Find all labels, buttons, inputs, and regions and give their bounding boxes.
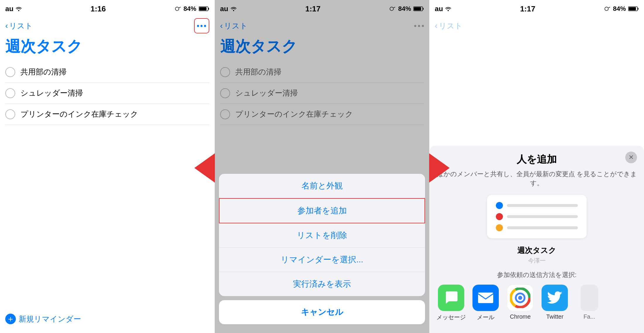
share-title: 人を追加 <box>436 153 637 166</box>
more-icon <box>580 285 598 311</box>
dot-1 <box>197 25 199 27</box>
svg-point-24 <box>518 296 522 300</box>
chrome-icon <box>507 285 533 311</box>
chrome-label: Chrome <box>510 313 531 320</box>
task-circle-1-0 <box>5 67 15 77</box>
new-reminder-label-1[interactable]: 新規リマインダー <box>19 314 81 324</box>
action-sheet-group: 名前と外観 参加者を追加 リストを削除 リマインダーを選択... 実行済みを表示 <box>219 174 425 296</box>
app-icon-more[interactable]: Fa... <box>575 285 604 320</box>
preview-line-1 <box>507 215 578 218</box>
back-button-3: ‹ リスト <box>435 21 462 31</box>
status-left-3: au <box>435 5 451 13</box>
share-desc: ほかのメンバーと共有し、全員が最新の変更点 を見ることができます。 <box>436 170 637 188</box>
svg-line-2 <box>179 7 181 8</box>
task-label-1-0: 共用部の清掃 <box>20 67 66 77</box>
action-sheet-2: 名前と外観 参加者を追加 リストを削除 リマインダーを選択... 実行済みを表示… <box>215 174 429 333</box>
panel-1: au 1:16 84% ‹ リスト <box>0 0 215 333</box>
svg-rect-18 <box>478 293 493 303</box>
preview-row-1 <box>496 213 578 220</box>
twitter-svg <box>547 291 562 304</box>
arrow-left-2 <box>194 153 215 183</box>
battery-label-1: 84% <box>184 5 196 13</box>
messages-svg <box>443 290 459 305</box>
task-item-1-1[interactable]: シュレッダー清掃 <box>5 83 209 104</box>
cancel-button-2[interactable]: キャンセル <box>219 300 425 324</box>
twitter-label: Twitter <box>546 313 564 320</box>
twitter-icon <box>542 285 568 311</box>
svg-rect-5 <box>199 7 206 11</box>
task-label-1-2: プリンターのインク在庫チェック <box>20 109 138 119</box>
app-icon-mail[interactable]: メール <box>471 285 500 321</box>
app-icon-messages[interactable]: メッセージ <box>436 285 466 321</box>
nav-bar-3: ‹ リスト <box>429 16 644 35</box>
task-list-1: 共用部の清掃 シュレッダー清掃 プリンターのインク在庫チェック <box>0 62 215 125</box>
preview-dot-2 <box>496 224 503 231</box>
battery-label-3: 84% <box>613 5 626 13</box>
send-method-label: 参加依頼の送信方法を選択: <box>436 271 637 279</box>
list-sub-preview: 今澤一 <box>436 257 637 265</box>
dot-2 <box>201 25 203 27</box>
svg-rect-16 <box>638 8 638 10</box>
carrier-label-3: au <box>435 5 443 13</box>
more-label: Fa... <box>583 313 595 320</box>
more-button-1[interactable] <box>194 18 209 33</box>
task-label-1-1: シュレッダー清掃 <box>20 88 83 98</box>
svg-rect-4 <box>208 8 209 10</box>
svg-point-0 <box>18 10 19 11</box>
page-title-1: 週次タスク <box>0 35 215 62</box>
messages-label: メッセージ <box>436 313 466 321</box>
svg-point-13 <box>605 7 608 11</box>
location-icon-3 <box>604 6 611 11</box>
time-1: 1:16 <box>90 4 106 13</box>
carrier-label-1: au <box>5 5 13 13</box>
share-sheet: ✕ 人を追加 ほかのメンバーと共有し、全員が最新の変更点 を見ることができます。… <box>429 146 644 333</box>
mail-icon <box>472 285 499 311</box>
preview-row-0 <box>496 202 578 209</box>
battery-icon-1 <box>199 6 209 11</box>
preview-dot-1 <box>496 213 503 220</box>
wifi-icon-3 <box>445 6 451 11</box>
preview-line-0 <box>507 204 578 207</box>
more-dots-1 <box>197 25 206 27</box>
status-left-1: au <box>5 5 22 13</box>
status-bar-3: au 1:17 84% <box>429 0 644 16</box>
action-item-show-completed[interactable]: 実行済みを表示 <box>219 272 425 296</box>
panel-3: au 1:17 84% ‹ リスト <box>429 0 644 333</box>
preview-line-2 <box>507 226 578 229</box>
add-reminder-icon-1[interactable]: ＋ <box>5 314 16 324</box>
nav-bar-1: ‹ リスト <box>0 16 215 35</box>
action-item-name-appearance[interactable]: 名前と外観 <box>219 174 425 198</box>
svg-point-12 <box>448 10 449 11</box>
wifi-icon-1 <box>16 6 22 11</box>
panel-2: au 1:17 84% <box>215 0 430 333</box>
task-circle-1-1 <box>5 88 15 98</box>
dot-3 <box>204 25 206 27</box>
time-3: 1:17 <box>520 4 535 13</box>
back-button-1[interactable]: ‹ リスト <box>5 21 33 31</box>
status-right-1: 84% <box>175 5 209 13</box>
app-icon-chrome[interactable]: Chrome <box>506 285 535 320</box>
preview-row-2 <box>496 224 578 231</box>
app-icon-twitter[interactable]: Twitter <box>540 285 569 320</box>
battery-icon-3 <box>628 6 639 11</box>
preview-dot-0 <box>496 202 503 209</box>
task-item-1-2[interactable]: プリンターのインク在庫チェック <box>5 104 209 125</box>
chevron-icon-1: ‹ <box>5 21 8 30</box>
app-icons-row: メッセージ メール <box>436 285 637 321</box>
preview-card <box>487 195 587 238</box>
mail-svg <box>477 292 494 304</box>
svg-point-1 <box>175 7 179 11</box>
status-bar-1: au 1:16 84% <box>0 0 215 16</box>
status-right-3: 84% <box>604 5 639 13</box>
task-item-1-0[interactable]: 共用部の清掃 <box>5 62 209 83</box>
action-item-select-reminder[interactable]: リマインダーを選択... <box>219 248 425 272</box>
action-item-delete-list[interactable]: リストを削除 <box>219 223 425 248</box>
action-item-add-participant[interactable]: 参加者を追加 <box>219 198 425 223</box>
arrow-right-2 <box>429 153 450 183</box>
svg-rect-17 <box>629 7 636 11</box>
location-icon-1 <box>175 6 181 11</box>
messages-icon <box>438 285 464 311</box>
chrome-svg <box>510 288 530 308</box>
task-circle-1-2 <box>5 109 15 119</box>
list-title-preview: 週次タスク <box>436 245 637 256</box>
